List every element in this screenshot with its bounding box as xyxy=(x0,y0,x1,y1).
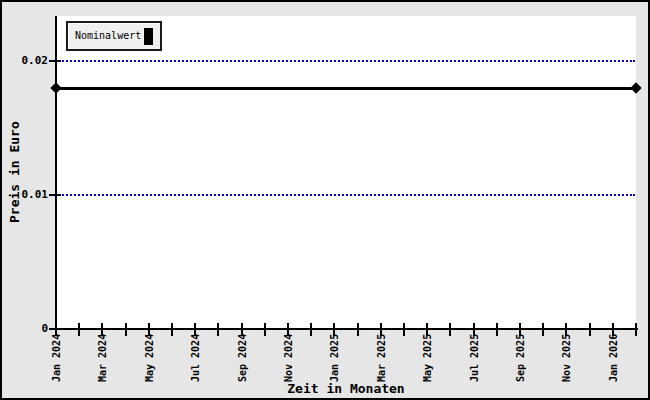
y-gridline xyxy=(59,60,635,62)
legend-label: Nominalwert xyxy=(75,30,141,42)
x-tick-label: Nov 2025 xyxy=(561,332,572,382)
x-axis-title: Zeit in Monaten xyxy=(56,381,636,396)
legend-box: Nominalwert xyxy=(66,21,162,51)
y-gridline xyxy=(59,194,635,196)
x-tick-label: Mar 2025 xyxy=(376,332,387,382)
x-tick-label: Sep 2024 xyxy=(237,332,248,382)
x-tick-label: Jan 2024 xyxy=(51,332,62,382)
y-axis-line xyxy=(55,16,57,331)
chart-window: 00.010.02Jan 2024Mar 2024May 2024Jul 202… xyxy=(0,0,650,400)
x-tick-label: Mar 2024 xyxy=(97,332,108,382)
x-tick-label: Jul 2024 xyxy=(190,332,201,382)
x-tick-label: Jan 2026 xyxy=(608,332,619,382)
x-tick-label: May 2025 xyxy=(422,332,433,382)
series-line-nominalwert xyxy=(56,87,636,90)
x-tick-label: Sep 2025 xyxy=(515,332,526,382)
legend-marker-swatch xyxy=(144,28,153,45)
x-tick-label: Nov 2024 xyxy=(283,332,294,382)
y-axis-title: Preis in Euro xyxy=(8,103,22,223)
x-tick-label: Jan 2025 xyxy=(329,332,340,382)
plot-area xyxy=(56,16,636,329)
x-axis-line xyxy=(55,328,638,330)
x-tick-label: May 2024 xyxy=(144,332,155,382)
x-tick-label: Jul 2025 xyxy=(469,332,480,382)
y-tick-label: 0.02 xyxy=(14,55,48,67)
y-tick-label: 0 xyxy=(14,323,48,335)
